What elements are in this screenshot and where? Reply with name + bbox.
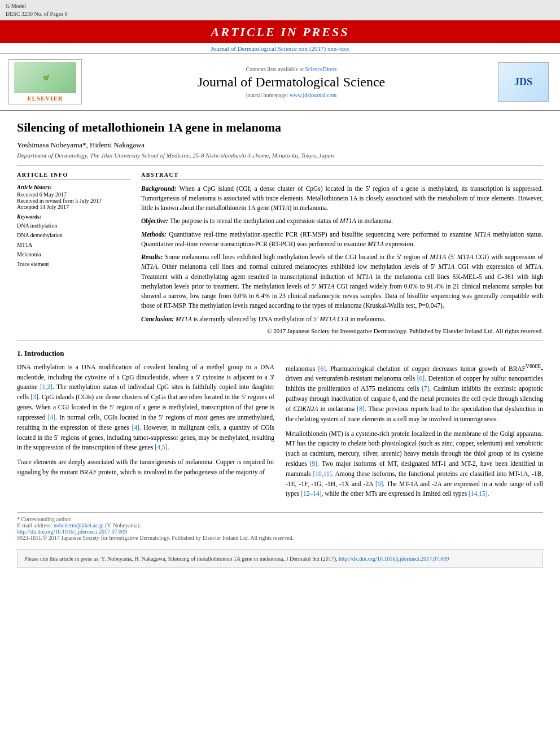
elsevier-wordmark: ELSEVIER <box>27 95 63 102</box>
cite-text: Please cite this article in press as: Y.… <box>24 556 338 562</box>
contents-available: Contents lists available at ScienceDirec… <box>93 66 489 72</box>
footnote-area: * Corresponding author. E-mail address: … <box>17 512 543 541</box>
ref-7[interactable]: [7] <box>422 385 429 392</box>
conclusion-text: MT1A is aberrantly silenced by DNA methy… <box>176 316 386 322</box>
abstract-col: ABSTRACT Background: When a CpG island (… <box>141 172 543 334</box>
cite-doi-link[interactable]: http://dx.doi.org/10.1016/j.jdermsci.201… <box>339 556 449 562</box>
divider-1 <box>17 165 543 166</box>
results-label: Results: <box>141 254 165 260</box>
keyword-1: DNA methylation <box>17 221 130 230</box>
methods-text: Quantitative real-time methylation-speci… <box>141 231 543 247</box>
keywords-label: Keywords: <box>17 213 130 220</box>
ref-9a[interactable]: [9] <box>310 460 317 467</box>
intro-right-col: melanomas [6]. Pharmacological chelation… <box>286 362 543 504</box>
abstract-results: Results: Some melanoma cell lines exhibi… <box>141 252 543 311</box>
top-banner: G Model DESC 3230 No. of Pages 6 <box>0 0 560 21</box>
info-abstract-section: ARTICLE INFO Article history: Received 6… <box>17 172 543 334</box>
ref-12-14[interactable]: [12–14] <box>301 490 321 497</box>
abstract-methods: Methods: Quantitative real-time methylat… <box>141 230 543 250</box>
elsevier-tree-image: 🌿 <box>14 62 76 93</box>
email-line: E-mail address: nobederm@jikei.ac.jp (Y.… <box>17 522 543 528</box>
intro-para-3: melanomas [6]. Pharmacological chelation… <box>286 362 543 425</box>
objective-text: The purpose is to reveal the methylation… <box>170 217 393 224</box>
ref-1-2[interactable]: [1,2] <box>40 383 53 390</box>
article-affiliation: Department of Dermatology, The Jikei Uni… <box>17 152 543 159</box>
g-model-info: G Model DESC 3230 No. of Pages 6 <box>6 2 67 18</box>
ref-4[interactable]: [4] <box>48 414 55 421</box>
abstract-background: Background: When a CpG island (CGI; a de… <box>141 184 543 213</box>
keyword-4: Melanoma <box>17 250 130 259</box>
journal-reference: Journal of Dermatological Science xxx (2… <box>211 45 349 52</box>
article-in-press-label: ARTICLE IN PRESS <box>211 25 349 39</box>
intro-para-1: DNA methylation is a DNA modification of… <box>17 362 274 453</box>
article-authors: Yoshimasa Nobeyama*, Hidemi Nakagawa <box>17 141 543 150</box>
accepted-date: Accepted 14 July 2017 <box>17 204 130 210</box>
journal-ref-bar: Journal of Dermatological Science xxx (2… <box>0 43 560 54</box>
abstract-conclusion: Conclusion: MT1A is aberrantly silenced … <box>141 314 543 324</box>
jds-logo: JDS <box>498 62 549 102</box>
issn-line: 0923-1811/© 2017 Japanese Society for In… <box>17 535 543 541</box>
keywords-list: DNA methylation DNA demethylation MT1A M… <box>17 221 130 269</box>
article-title: Silencing of metallothionein 1A gene in … <box>17 120 543 136</box>
received-date: Received 6 May 2017 <box>17 191 130 198</box>
keyword-2: DNA demethylation <box>17 230 130 240</box>
elsevier-logo-area: 🌿 ELSEVIER <box>8 59 88 104</box>
ref-4-5[interactable]: [4,5] <box>155 444 167 451</box>
ref-9b[interactable]: [9] <box>375 480 383 487</box>
author-email[interactable]: nobederm@jikei.ac.jp <box>54 522 104 528</box>
methods-label: Methods: <box>141 231 169 238</box>
ref-6b[interactable]: [6] <box>417 375 425 382</box>
article-info-col: ARTICLE INFO Article history: Received 6… <box>17 172 130 334</box>
cite-box: Please cite this article in press as: Y.… <box>17 549 543 568</box>
ref-14-15[interactable]: [14,15] <box>469 490 488 497</box>
introduction-heading: 1. Introduction <box>17 349 543 358</box>
keyword-5: Trace element <box>17 259 130 269</box>
journal-header: 🌿 ELSEVIER Contents lists available at S… <box>0 54 560 111</box>
journal-homepage: journal homepage: www.jdsjournal.com <box>93 92 489 98</box>
journal-url[interactable]: www.jdsjournal.com <box>290 92 336 98</box>
divider-2 <box>17 340 543 340</box>
results-text: Some melanoma cell lines exhibited high … <box>141 254 543 309</box>
background-label: Background: <box>141 185 180 192</box>
abstract-objective: Objective: The purpose is to reveal the … <box>141 216 543 226</box>
ref-8[interactable]: [8] <box>357 405 364 412</box>
corresponding-author: * Corresponding author. <box>17 516 543 522</box>
ref-4b[interactable]: [4] <box>132 424 139 431</box>
intro-para-4: Metallothionein (MT) is a cysteine-rich … <box>286 429 543 500</box>
journal-title: Journal of Dermatological Science <box>93 75 489 90</box>
keyword-3: MT1A <box>17 240 130 250</box>
article-body: Silencing of metallothionein 1A gene in … <box>0 111 560 576</box>
ref-6a[interactable]: [6] <box>318 365 326 372</box>
intro-left-col: DNA methylation is a DNA modification of… <box>17 362 274 504</box>
sciencedirect-link[interactable]: ScienceDirect <box>305 66 336 72</box>
background-text: When a CpG island (CGI; a dense cluster … <box>141 185 543 212</box>
abstract-heading: ABSTRACT <box>141 172 543 180</box>
revised-date: Received in revised form 5 July 2017 <box>17 198 130 204</box>
article-in-press-bar: ARTICLE IN PRESS <box>0 21 560 43</box>
article-info-heading: ARTICLE INFO <box>17 172 130 180</box>
copyright-text: © 2017 Japanese Society for Investigativ… <box>141 327 543 334</box>
jds-logo-area: JDS <box>495 62 552 102</box>
doi-link[interactable]: http://dx.doi.org/10.1016/j.jdermsci.201… <box>17 528 127 535</box>
journal-title-area: Contents lists available at ScienceDirec… <box>88 66 495 98</box>
ref-3[interactable]: [3] <box>30 394 38 400</box>
elsevier-box: 🌿 ELSEVIER <box>8 59 82 104</box>
main-body-two-col: DNA methylation is a DNA modification of… <box>17 362 543 504</box>
conclusion-label: Conclusion: <box>141 316 176 322</box>
history-label: Article history: <box>17 184 130 190</box>
objective-label: Objective: <box>141 217 170 224</box>
ref-10-11[interactable]: [10,11] <box>313 470 331 477</box>
intro-para-2: Trace elements are deeply associated wit… <box>17 457 274 478</box>
